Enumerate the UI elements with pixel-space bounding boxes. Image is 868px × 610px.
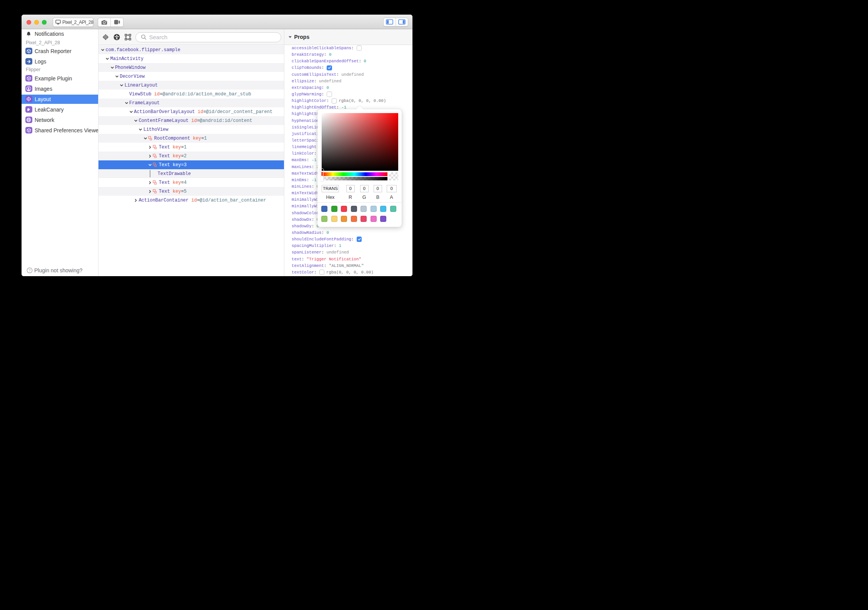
svg-text:?: ?: [28, 268, 30, 272]
